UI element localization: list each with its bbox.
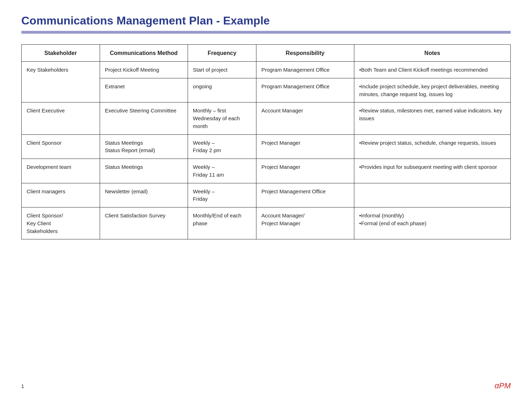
cell-responsibility: Program Management Office — [256, 78, 354, 102]
cell-comm_method: Client Satisfaction Survey — [100, 207, 188, 239]
cell-stakeholder: Development team — [22, 159, 100, 183]
cell-frequency: Weekly – Friday 2 pm — [188, 134, 256, 159]
cell-stakeholder: Client managers — [22, 183, 100, 207]
header-stakeholder: Stakeholder — [22, 45, 100, 62]
cell-comm_method: Status Meetings Status Report (email) — [100, 134, 188, 159]
cell-stakeholder: Client Sponsor/ Key Client Stakeholders — [22, 207, 100, 239]
table-row: Client managersNewsletter (email)Weekly … — [22, 183, 511, 207]
table-row: Client Sponsor/ Key Client StakeholdersC… — [22, 207, 511, 239]
cell-frequency: Monthly/End of each phase — [188, 207, 256, 239]
cell-comm_method: Status Meetings — [100, 159, 188, 183]
cell-notes: •Include project schedule, key project d… — [354, 78, 510, 102]
table-header-row: Stakeholder Communications Method Freque… — [22, 45, 511, 62]
cell-frequency: ongoing — [188, 78, 256, 102]
cell-comm_method: Extranet — [100, 78, 188, 102]
table-row: Client ExecutiveExecutive Steering Commi… — [22, 102, 511, 134]
cell-responsibility: Account Manager — [256, 102, 354, 134]
cell-notes: •Both Team and Client Kickoff meetings r… — [354, 62, 510, 78]
cell-notes — [354, 183, 510, 207]
cell-frequency: Start of project — [188, 62, 256, 78]
cell-responsibility: Project Management Office — [256, 183, 354, 207]
brand-logo: αPM — [494, 381, 511, 390]
header-comm-method: Communications Method — [100, 45, 188, 62]
cell-frequency: Weekly – Friday 11 am — [188, 159, 256, 183]
title-underline — [21, 31, 511, 34]
cell-stakeholder: Client Executive — [22, 102, 100, 134]
cell-frequency: Weekly – Friday — [188, 183, 256, 207]
cell-responsibility: Account Manager/ Project Manager — [256, 207, 354, 239]
header-notes: Notes — [354, 45, 510, 62]
table-row: Key StakeholdersProject Kickoff MeetingS… — [22, 62, 511, 78]
cell-notes: •Review project status, schedule, change… — [354, 134, 510, 159]
cell-stakeholder: Key Stakeholders — [22, 62, 100, 102]
cell-frequency: Monthly – first Wednesday of each month — [188, 102, 256, 134]
cell-responsibility: Program Management Office — [256, 62, 354, 78]
cell-notes: •Informal (monthly) •Formal (end of each… — [354, 207, 510, 239]
cell-comm_method: Project Kickoff Meeting — [100, 62, 188, 78]
cell-comm_method: Executive Steering Committee — [100, 102, 188, 134]
cell-stakeholder: Client Sponsor — [22, 134, 100, 159]
table-row: Development teamStatus MeetingsWeekly – … — [22, 159, 511, 183]
page-number: 1 — [21, 383, 24, 389]
page-title: Communications Management Plan - Example — [21, 14, 511, 27]
table-row: Client SponsorStatus Meetings Status Rep… — [22, 134, 511, 159]
cell-responsibility: Project Manager — [256, 134, 354, 159]
cell-notes: •Review status, milestones met, earned v… — [354, 102, 510, 134]
cell-comm_method: Newsletter (email) — [100, 183, 188, 207]
header-responsibility: Responsibility — [256, 45, 354, 62]
cell-responsibility: Project Manager — [256, 159, 354, 183]
communications-table: Stakeholder Communications Method Freque… — [21, 44, 511, 239]
cell-notes: •Provides input for subsequent meeting w… — [354, 159, 510, 183]
header-frequency: Frequency — [188, 45, 256, 62]
